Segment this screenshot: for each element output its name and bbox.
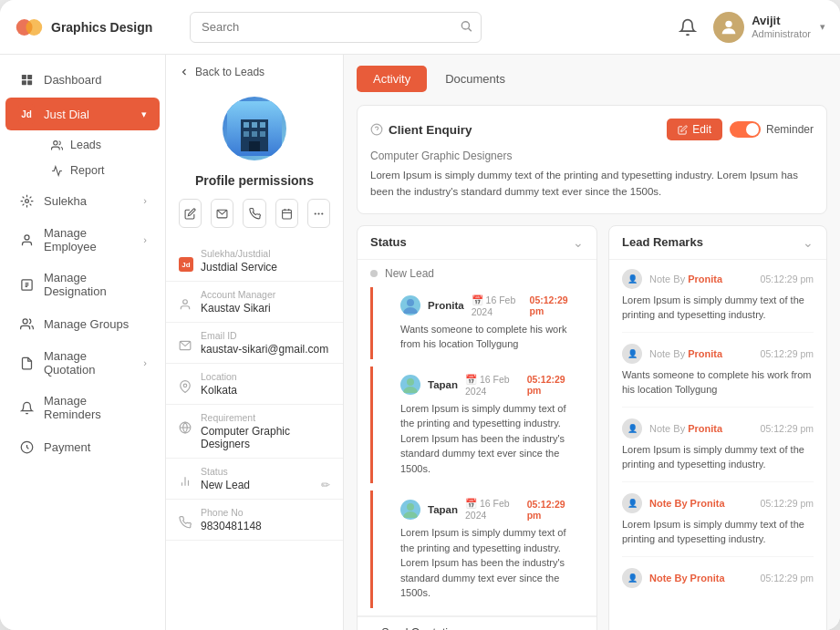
entry-time: 05:12:29 pm: [527, 499, 571, 521]
sidebar-item-payment[interactable]: Payment: [5, 430, 160, 463]
svg-rect-8: [27, 80, 32, 85]
edit-action-btn[interactable]: [179, 199, 202, 228]
svg-rect-25: [282, 210, 291, 219]
svg-point-11: [25, 234, 29, 239]
remarks-collapse-icon[interactable]: ⌄: [803, 235, 814, 250]
chevron-icon: ›: [143, 195, 147, 206]
profile-avatar: [223, 97, 286, 160]
email-field-icon: [179, 339, 193, 354]
sidebar-item-manage-reminders[interactable]: Manage Reminders: [5, 386, 160, 429]
remark-item: 👤 Note By Pronita 05:12:29 pm Lorem Ipsu…: [622, 269, 814, 333]
notification-icon[interactable]: [675, 15, 700, 40]
remark-avatar: 👤: [622, 493, 642, 513]
reminders-icon: [18, 399, 35, 416]
status-label: Status: [201, 466, 330, 477]
jd-field-icon: Jd: [179, 257, 193, 272]
designation-icon: [18, 276, 35, 293]
note-time: 05:12:29 pm: [761, 423, 814, 434]
chart-icon: [179, 475, 193, 490]
main-detail: Activity Documents Client Enquiry E: [344, 55, 840, 630]
search-input[interactable]: [190, 12, 482, 43]
sidebar-item-manage-quotation[interactable]: Manage Quotation ›: [5, 341, 160, 385]
logo-area: Graphics Design: [15, 13, 179, 42]
entry-name: Pronita: [428, 300, 464, 311]
sidebar-item-report[interactable]: Report: [38, 158, 165, 183]
justdial-value: Justdial Service: [201, 261, 330, 274]
note-by: Note By Pronita: [649, 274, 722, 284]
remark-item: 👤 Note By Pronita 05:12:29 pm Lorem Ipsu…: [622, 418, 814, 482]
svg-rect-18: [252, 122, 257, 128]
user-menu[interactable]: Avijit Administrator ▾: [713, 12, 825, 43]
two-col-layout: Status ⌄ New Lead: [357, 225, 827, 630]
more-action-btn[interactable]: [307, 199, 330, 228]
svg-rect-17: [244, 122, 249, 128]
client-enquiry-title: Client Enquiry: [370, 123, 472, 137]
svg-line-3: [469, 28, 472, 31]
status-value: New Lead: [201, 479, 250, 491]
profile-field-requirement: Requirement Computer Graphic Designers: [166, 405, 343, 459]
requirement-label: Requirement: [201, 412, 330, 423]
svg-point-1: [26, 19, 42, 36]
svg-point-32: [183, 300, 188, 305]
note-by: Note By Pronita: [649, 348, 722, 359]
justdial-label: Sulekha/Justdial: [201, 248, 330, 259]
user-name: Avijit: [752, 14, 811, 28]
sidebar-item-just-dial[interactable]: Jd Just Dial ▾: [5, 98, 160, 130]
sidebar-item-dashboard[interactable]: Dashboard: [5, 63, 160, 96]
tab-activity[interactable]: Activity: [357, 66, 427, 92]
note-by: Note By Pronita: [649, 498, 725, 509]
sidebar-item-manage-designation[interactable]: Manage Designation: [5, 263, 160, 306]
profile-field-phone: Phone No 9830481148: [166, 500, 343, 541]
back-to-leads-link[interactable]: Back to Leads: [166, 66, 343, 88]
enquiry-text: Lorem Ipsum is simply dummy text of the …: [370, 168, 814, 201]
profile-field-status: Status New Lead ✏: [166, 459, 343, 500]
svg-rect-7: [21, 80, 26, 85]
note-time: 05:12:29 pm: [761, 573, 814, 584]
sidebar-label-manage-employee: Manage Employee: [44, 226, 134, 253]
status-edit-icon[interactable]: ✏: [321, 479, 330, 491]
sidebar: Dashboard Jd Just Dial ▾ Leads Report: [0, 55, 166, 630]
svg-rect-20: [244, 131, 249, 137]
email-action-btn[interactable]: [211, 199, 233, 228]
collapse-icon[interactable]: ⌄: [573, 235, 584, 250]
entry-name: Tapan: [428, 379, 458, 390]
search-bar: [190, 12, 482, 43]
sidebar-label-manage-designation: Manage Designation: [44, 271, 147, 298]
enquiry-title-text: Client Enquiry: [389, 123, 472, 137]
sidebar-item-manage-groups[interactable]: Manage Groups: [5, 307, 160, 340]
app-title: Graphics Design: [51, 20, 152, 35]
edit-button[interactable]: Edit: [667, 119, 722, 140]
sidebar-item-leads[interactable]: Leads: [38, 132, 165, 158]
sidebar-sub-items: Leads Report: [0, 132, 165, 183]
entry-avatar-tapan2: [400, 500, 420, 520]
remarks-title: Lead Remarks: [622, 235, 703, 249]
status-card: Status ⌄ New Lead: [357, 225, 597, 630]
top-right: Avijit Administrator ▾: [675, 12, 825, 43]
profile-actions: [166, 199, 343, 241]
remarks-header: Lead Remarks ⌄: [609, 226, 826, 260]
tab-documents[interactable]: Documents: [429, 66, 522, 92]
entry-avatar-tapan: [400, 375, 420, 395]
enquiry-subtitle: Computer Graphic Designers: [370, 150, 814, 162]
sidebar-item-manage-employee[interactable]: Manage Employee ›: [5, 218, 160, 262]
status-entry: Tapan 📅 16 Feb 2024 05:12:29 pm Lorem Ip…: [370, 491, 584, 608]
entry-date: 📅 16 Feb 2024: [465, 374, 520, 397]
calendar-action-btn[interactable]: [275, 199, 298, 228]
reminder-toggle[interactable]: Reminder: [730, 121, 814, 138]
remark-item: 👤 Note By Pronita 05:12:29 pm Wants some…: [622, 344, 814, 408]
note-by: Note By Pronita: [649, 423, 722, 434]
svg-rect-23: [249, 141, 260, 151]
profile-panel: Back to Leads: [166, 55, 344, 630]
chevron-icon: ›: [143, 234, 147, 245]
entry-time: 05:12:29 pm: [527, 374, 571, 396]
svg-rect-19: [260, 122, 265, 128]
toggle-switch[interactable]: [730, 121, 761, 138]
svg-rect-22: [260, 131, 265, 137]
section-label-new-lead: New Lead: [385, 267, 434, 280]
sidebar-item-sulekha[interactable]: Sulekha ›: [5, 184, 160, 217]
svg-point-9: [54, 140, 57, 144]
pencil-icon: [678, 125, 688, 135]
profile-avatar-area: [166, 88, 343, 173]
call-action-btn[interactable]: [243, 199, 265, 228]
send-quotation-accordion[interactable]: › Send Quotation: [358, 616, 596, 630]
